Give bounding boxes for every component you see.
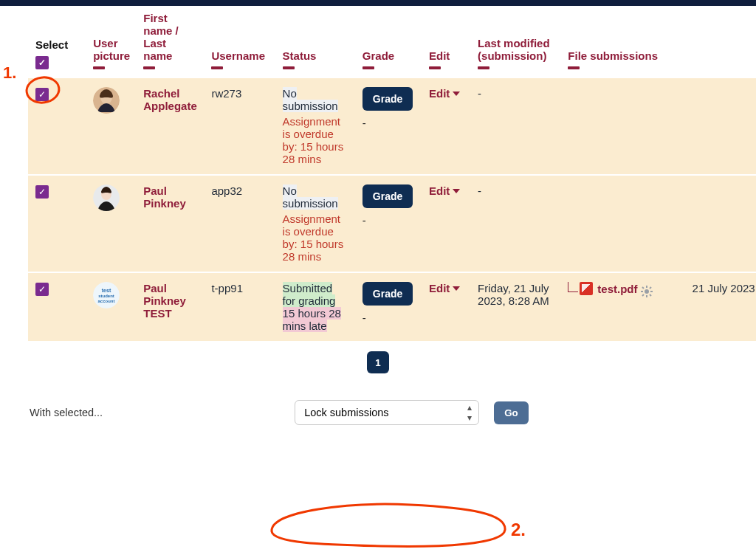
- edit-menu[interactable]: Edit: [429, 184, 460, 197]
- row-checkbox[interactable]: ✓: [35, 185, 49, 199]
- status-primary: No submission: [283, 87, 338, 112]
- grade-value: -: [362, 311, 414, 324]
- file-link[interactable]: test.pdf: [580, 282, 637, 295]
- svg-point-8: [645, 289, 649, 294]
- chevron-down-icon: [453, 189, 460, 193]
- gear-icon[interactable]: [641, 286, 653, 300]
- col-files[interactable]: File submissions: [560, 6, 684, 77]
- svg-line-14: [650, 294, 651, 296]
- svg-line-16: [642, 294, 644, 296]
- modified-text: Friday, 21 July 2023, 8:28 AM: [478, 282, 549, 307]
- grading-table: Select ✓ User picture First name / Last …: [28, 6, 756, 341]
- col-username[interactable]: Username: [204, 6, 275, 77]
- col-extra: [685, 6, 756, 77]
- grade-button[interactable]: Grade: [362, 282, 413, 306]
- status-primary: Submitted for grading: [283, 282, 336, 307]
- col-status[interactable]: Status: [275, 6, 355, 77]
- avatar[interactable]: [93, 87, 120, 114]
- chevron-down-icon: [453, 92, 460, 96]
- modified-text: -: [478, 87, 481, 100]
- table-row: ✓teststudentaccountPaul Pinkney TESTt-pp…: [28, 272, 756, 341]
- row-checkbox[interactable]: ✓: [35, 283, 49, 296]
- grade-value: -: [362, 117, 414, 129]
- go-button[interactable]: Go: [494, 401, 529, 424]
- file-date-text: 21 July 2023, 8: [693, 282, 756, 294]
- svg-text:student: student: [98, 294, 114, 298]
- edit-menu[interactable]: Edit: [429, 87, 460, 100]
- modified-text: -: [478, 184, 481, 197]
- user-name-link[interactable]: Rachel Applegate: [143, 87, 197, 112]
- status-primary: No submission: [283, 184, 338, 210]
- bulk-label: With selected...: [30, 407, 103, 418]
- page-1-button[interactable]: 1: [367, 351, 389, 373]
- annotation-1-label: 1.: [3, 63, 16, 82]
- avatar[interactable]: teststudentaccount: [93, 282, 120, 308]
- svg-line-13: [642, 287, 644, 289]
- svg-text:test: test: [102, 288, 111, 293]
- status-secondary: Assignment is overdue by: 15 hours 28 mi…: [283, 213, 348, 263]
- edit-menu[interactable]: Edit: [429, 282, 460, 294]
- col-picture[interactable]: User picture: [86, 6, 136, 77]
- table-row: ✓Paul Pinkneyapp32No submissionAssignmen…: [28, 175, 756, 272]
- username-text: t-pp91: [211, 282, 243, 294]
- user-name-link[interactable]: Paul Pinkney TEST: [143, 282, 186, 320]
- bulk-action-bar: With selected... Lock submissions ▴▾ Go: [0, 396, 756, 440]
- avatar[interactable]: [93, 184, 120, 211]
- grade-button[interactable]: Grade: [362, 87, 413, 111]
- user-name-link[interactable]: Paul Pinkney: [143, 184, 186, 210]
- col-edit[interactable]: Edit: [422, 6, 470, 77]
- status-secondary: Assignment is overdue by: 15 hours 28 mi…: [283, 115, 348, 165]
- col-modified[interactable]: Last modified (submission): [470, 6, 560, 77]
- grade-value: -: [362, 214, 414, 227]
- pdf-icon: [580, 282, 593, 295]
- pager: 1: [0, 351, 756, 373]
- svg-text:account: account: [98, 299, 115, 303]
- username-text: rw273: [211, 87, 241, 100]
- grade-button[interactable]: Grade: [362, 184, 413, 208]
- row-checkbox[interactable]: ✓: [35, 88, 49, 101]
- chevron-down-icon: [453, 286, 460, 291]
- col-grade[interactable]: Grade: [355, 6, 422, 77]
- bulk-action-select-wrap: Lock submissions ▴▾: [295, 400, 479, 425]
- username-text: app32: [211, 184, 242, 197]
- col-name[interactable]: First name / Last name: [136, 6, 204, 77]
- bulk-action-select[interactable]: Lock submissions: [295, 400, 479, 425]
- col-select: Select ✓: [28, 6, 86, 77]
- select-all-checkbox[interactable]: ✓: [35, 56, 49, 69]
- table-row: ✓Rachel Applegaterw273No submissionAssig…: [28, 77, 756, 175]
- status-secondary: 15 hours 28 mins late: [283, 307, 341, 332]
- svg-line-15: [650, 287, 651, 289]
- tree-icon: [568, 282, 578, 292]
